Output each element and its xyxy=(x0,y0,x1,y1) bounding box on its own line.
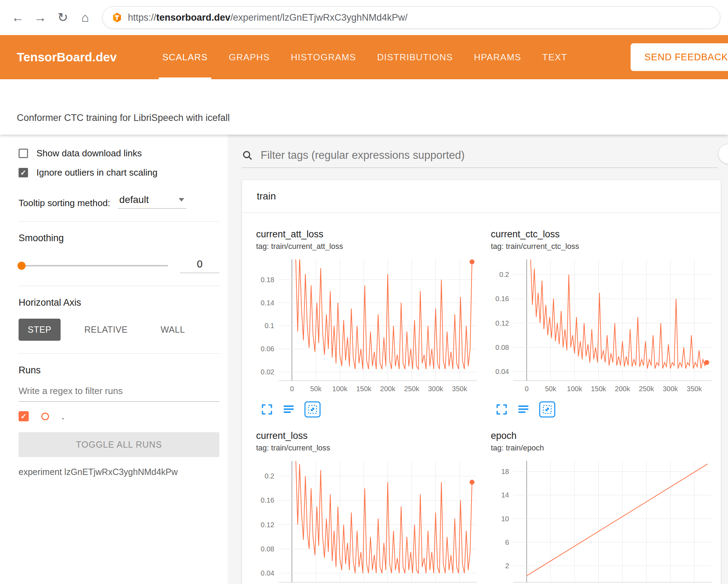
svg-text:0.1: 0.1 xyxy=(265,322,274,330)
chart-current-att-loss: current_att_loss tag: train/current_att_… xyxy=(256,220,480,419)
svg-text:0.16: 0.16 xyxy=(495,295,509,303)
send-feedback-button[interactable]: SEND FEEDBACK xyxy=(631,43,728,71)
svg-text:0: 0 xyxy=(525,385,529,393)
filter-tags-input[interactable] xyxy=(260,149,717,162)
show-download-checkbox[interactable] xyxy=(19,149,28,158)
show-download-row[interactable]: Show data download links xyxy=(19,148,219,159)
brand-title: TensorBoard.dev xyxy=(17,50,117,64)
svg-text:0: 0 xyxy=(290,385,294,393)
experiment-id-caption: experiment lzGnETjwRxC3yghNMd4kPw xyxy=(19,467,219,477)
chart-current-ctc-loss: current_ctc_loss tag: train/current_ctc_… xyxy=(491,220,715,419)
chart-title: current_loss xyxy=(256,430,480,441)
run-color-circle xyxy=(41,413,49,420)
svg-text:0.16: 0.16 xyxy=(261,496,274,504)
chart-title: current_ctc_loss xyxy=(491,229,715,240)
tab-graphs[interactable]: GRAPHS xyxy=(229,35,270,79)
browser-chrome: ← → ↻ ⌂ https://tensorboard.dev/experime… xyxy=(0,0,728,35)
ignore-outliers-checkbox[interactable] xyxy=(19,168,28,177)
ignore-outliers-row[interactable]: Ignore outliers in chart scaling xyxy=(19,167,219,178)
svg-text:150k: 150k xyxy=(356,385,372,393)
expand-chart-icon[interactable] xyxy=(496,403,508,415)
chart-epoch: epoch tag: train/epoch 050k100k150k200k2… xyxy=(491,421,715,584)
home-icon[interactable]: ⌂ xyxy=(75,7,95,28)
refresh-icon[interactable]: ↻ xyxy=(53,7,73,28)
smoothing-slider-thumb[interactable] xyxy=(18,262,26,270)
axis-wall-button[interactable]: WALL xyxy=(152,319,194,341)
svg-text:0.08: 0.08 xyxy=(261,545,274,553)
run-name: . xyxy=(62,411,64,422)
chart-toolbar xyxy=(496,400,715,419)
chart-toolbar xyxy=(261,400,480,419)
divider xyxy=(19,353,219,354)
axis-relative-button[interactable]: RELATIVE xyxy=(75,319,137,341)
svg-text:18: 18 xyxy=(501,468,509,475)
svg-text:14: 14 xyxy=(501,491,509,499)
section-header-train[interactable]: train xyxy=(242,180,721,213)
svg-text:200k: 200k xyxy=(615,385,630,393)
tensorboard-favicon xyxy=(112,12,122,23)
svg-text:0.12: 0.12 xyxy=(261,521,274,529)
svg-text:300k: 300k xyxy=(663,385,678,393)
svg-text:0.04: 0.04 xyxy=(495,368,509,375)
svg-text:200k: 200k xyxy=(380,385,396,393)
search-icon xyxy=(242,150,253,161)
svg-text:250k: 250k xyxy=(639,385,654,393)
tab-histograms[interactable]: HISTOGRAMS xyxy=(291,35,356,79)
run-checkbox[interactable] xyxy=(19,411,29,421)
chart-plot[interactable]: 050k100k150k200k250k300k350k0.040.080.12… xyxy=(256,458,480,584)
runs-label: Runs xyxy=(19,365,219,376)
chart-plot[interactable]: 050k100k150k200k250k300k350k0.040.080.12… xyxy=(491,257,715,397)
horizontal-lines-icon[interactable] xyxy=(283,403,295,415)
tooltip-sorting-select[interactable]: default xyxy=(118,193,186,209)
runs-section: Runs . TOGGLE ALL RUNS experiment lzGnET… xyxy=(19,365,219,477)
horizontal-lines-icon[interactable] xyxy=(517,403,529,415)
train-card: train current_att_loss tag: train/curren… xyxy=(242,180,721,584)
svg-text:0.08: 0.08 xyxy=(495,344,509,351)
fit-domain-icon[interactable] xyxy=(539,401,555,417)
tab-distributions[interactable]: DISTRIBUTIONS xyxy=(377,35,453,79)
main-area: Show data download links Ignore outliers… xyxy=(0,135,728,584)
fit-domain-icon[interactable] xyxy=(304,401,321,417)
tab-scalars[interactable]: SCALARS xyxy=(162,35,208,79)
dashboard-content: train current_att_loss tag: train/curren… xyxy=(228,135,728,584)
svg-text:50k: 50k xyxy=(545,385,557,393)
svg-text:0.14: 0.14 xyxy=(261,299,274,307)
url-text: https://tensorboard.dev/experiment/lzGnE… xyxy=(128,12,407,23)
horizontal-axis-buttons: STEP RELATIVE WALL xyxy=(19,319,219,341)
svg-text:0.2: 0.2 xyxy=(499,271,509,278)
smoothing-label: Smoothing xyxy=(19,233,219,244)
svg-text:300k: 300k xyxy=(428,385,444,393)
chevron-down-icon xyxy=(179,198,184,202)
app-header: TensorBoard.dev SCALARS GRAPHS HISTOGRAM… xyxy=(0,35,728,79)
chart-tag: tag: train/epoch xyxy=(491,443,715,453)
url-domain: tensorboard.dev xyxy=(156,12,231,23)
forward-icon[interactable]: → xyxy=(30,7,50,28)
chart-tag: tag: train/current_att_loss xyxy=(256,242,480,251)
svg-text:0.02: 0.02 xyxy=(261,368,274,376)
url-bar[interactable]: https://tensorboard.dev/experiment/lzGnE… xyxy=(102,6,720,29)
smoothing-slider[interactable] xyxy=(19,265,168,266)
toggle-all-runs-button[interactable]: TOGGLE ALL RUNS xyxy=(19,432,219,457)
chart-title: epoch xyxy=(491,430,715,441)
run-row[interactable]: . xyxy=(19,411,219,422)
svg-text:10: 10 xyxy=(501,515,509,523)
chart-title: current_att_loss xyxy=(256,229,480,240)
expand-chart-icon[interactable] xyxy=(261,403,273,415)
settings-button[interactable] xyxy=(718,144,728,164)
settings-sidebar: Show data download links Ignore outliers… xyxy=(0,135,228,584)
ignore-outliers-label: Ignore outliers in chart scaling xyxy=(36,167,157,178)
chart-plot[interactable]: 050k100k150k200k250k300k350k26101418 xyxy=(491,458,715,584)
tab-hparams[interactable]: HPARAMS xyxy=(474,35,521,79)
smoothing-value-field[interactable]: 0 xyxy=(180,258,219,273)
svg-text:50k: 50k xyxy=(310,385,322,393)
axis-step-button[interactable]: STEP xyxy=(19,319,61,341)
back-icon[interactable]: ← xyxy=(8,7,28,28)
runs-filter-input[interactable] xyxy=(19,381,219,402)
chart-plot[interactable]: 050k100k150k200k250k300k350k0.020.060.10… xyxy=(256,257,480,397)
chart-tag: tag: train/current_ctc_loss xyxy=(491,242,715,251)
divider xyxy=(19,221,219,222)
svg-text:0.04: 0.04 xyxy=(261,569,274,577)
charts-grid: current_att_loss tag: train/current_att_… xyxy=(242,213,721,584)
svg-text:0.2: 0.2 xyxy=(265,472,274,480)
tab-text[interactable]: TEXT xyxy=(542,35,567,79)
